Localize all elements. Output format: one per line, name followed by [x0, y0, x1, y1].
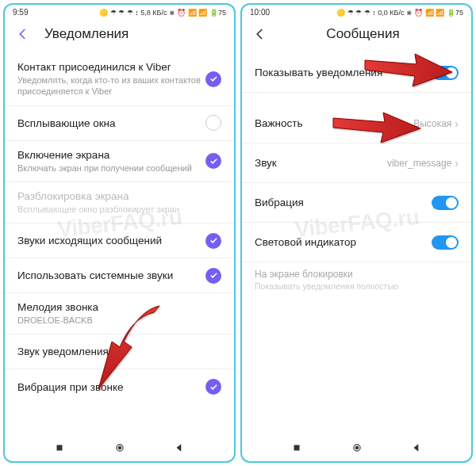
row-outgoing-sounds[interactable]: Звуки исходящих сообщений [5, 223, 234, 258]
unchecked-icon[interactable] [205, 115, 221, 131]
toggle-switch[interactable] [432, 196, 459, 210]
row-label: На экране блокировки [255, 269, 459, 280]
status-icons: 🟡 ☂ ☂ ☂ ↕ 5,8 КБ/с ⋇ ⏰ 📶 📶 🔋75 [99, 9, 226, 17]
row-label: Всплывающие окна [17, 117, 205, 129]
page-title: Уведомления [44, 26, 129, 42]
row-lockscreen[interactable]: На экране блокировки Показывать уведомле… [242, 262, 471, 297]
header: Сообщения [242, 18, 471, 53]
back-icon[interactable] [16, 27, 30, 41]
row-label: Звуки исходящих сообщений [17, 235, 205, 246]
row-label: Включение экрана [17, 149, 205, 161]
nav-bar [242, 434, 471, 461]
row-label: Использовать системные звуки [17, 269, 205, 281]
row-popup[interactable]: Всплывающие окна [5, 106, 234, 141]
settings-list: Показывать уведомления Важность Высокая … [242, 53, 471, 434]
status-bar: 9:59 🟡 ☂ ☂ ☂ ↕ 5,8 КБ/с ⋇ ⏰ 📶 📶 🔋75 [5, 5, 234, 18]
row-sub: Включать экран при получении сообщений [17, 162, 205, 174]
nav-back-icon[interactable] [174, 442, 185, 453]
row-label: Вибрация при звонке [17, 381, 205, 393]
row-label: Звук уведомления [17, 346, 221, 357]
chevron-right-icon: › [455, 157, 459, 170]
nav-back-icon[interactable] [411, 442, 422, 453]
status-icons: 🟡 ☂ ☂ ☂ ↕ 0,0 КБ/с ⋇ ⏰ 📶 📶 🔋75 [336, 9, 463, 17]
settings-list: Контакт присоединился к Viber Уведомлять… [5, 53, 234, 434]
toggle-switch[interactable] [432, 235, 459, 250]
row-light-indicator[interactable]: Световой индикатор [242, 223, 471, 262]
nav-recent-icon[interactable] [291, 442, 302, 453]
svg-point-2 [118, 446, 121, 449]
status-time: 10:00 [250, 8, 270, 17]
nav-bar [5, 434, 234, 461]
row-sub: Уведомлять, когда кто-то из ваших контак… [17, 74, 205, 97]
status-bar: 10:00 🟡 ☂ ☂ ☂ ↕ 0,0 КБ/с ⋇ ⏰ 📶 📶 🔋75 [242, 5, 471, 18]
svg-point-5 [355, 446, 359, 449]
row-sub: Показывать уведомления полностью [255, 281, 459, 291]
phone-right: 10:00 🟡 ☂ ☂ ☂ ↕ 0,0 КБ/с ⋇ ⏰ 📶 📶 🔋75 Соо… [240, 3, 473, 463]
row-sound[interactable]: Звук viber_message › [242, 143, 471, 183]
status-time: 9:59 [13, 8, 28, 17]
svg-rect-3 [294, 445, 299, 451]
checkmark-icon[interactable] [205, 379, 221, 395]
chevron-right-icon: › [455, 117, 459, 130]
row-unlock: Разблокировка экрана Всплывающее окно ра… [5, 182, 234, 223]
row-importance[interactable]: Важность Высокая › [242, 104, 471, 143]
row-notification-sound[interactable]: Звук уведомления [5, 334, 234, 369]
row-label: Мелодия звонка [17, 301, 221, 313]
row-label: Световой индикатор [255, 236, 432, 248]
row-value: viber_message [387, 158, 451, 169]
checkmark-icon[interactable] [205, 153, 221, 169]
row-label: Вибрация [255, 197, 432, 208]
row-contact-joined[interactable]: Контакт присоединился к Viber Уведомлять… [5, 53, 234, 106]
row-vibrate-call[interactable]: Вибрация при звонке [5, 369, 234, 404]
phone-left: 9:59 🟡 ☂ ☂ ☂ ↕ 5,8 КБ/с ⋇ ⏰ 📶 📶 🔋75 Увед… [3, 3, 236, 463]
row-label: Важность [255, 117, 413, 129]
row-ringtone[interactable]: Мелодия звонка DROELOE-BACKB [5, 293, 234, 334]
header: Уведомления [5, 18, 234, 53]
nav-home-icon[interactable] [351, 442, 363, 453]
row-label: Разблокировка экрана [17, 190, 221, 202]
checkmark-icon[interactable] [205, 233, 221, 249]
svg-rect-0 [56, 445, 62, 451]
row-sub: Всплывающее окно разблокирует экран [17, 204, 221, 215]
row-label: Контакт присоединился к Viber [17, 61, 205, 73]
page-title: Сообщения [266, 26, 460, 42]
row-label: Показывать уведомления [255, 67, 432, 78]
checkmark-icon[interactable] [205, 268, 221, 284]
nav-home-icon[interactable] [114, 442, 125, 453]
row-show-notifications[interactable]: Показывать уведомления [242, 53, 471, 93]
row-label: Звук [255, 157, 387, 169]
row-sub: DROELOE-BACKB [17, 315, 221, 326]
toggle-switch[interactable] [432, 66, 459, 80]
checkmark-icon[interactable] [205, 71, 221, 87]
row-system-sounds[interactable]: Использовать системные звуки [5, 258, 234, 293]
nav-recent-icon[interactable] [54, 442, 65, 453]
row-vibration[interactable]: Вибрация [242, 183, 471, 223]
row-value: Высокая [413, 118, 451, 129]
row-screen-on[interactable]: Включение экрана Включать экран при полу… [5, 141, 234, 182]
